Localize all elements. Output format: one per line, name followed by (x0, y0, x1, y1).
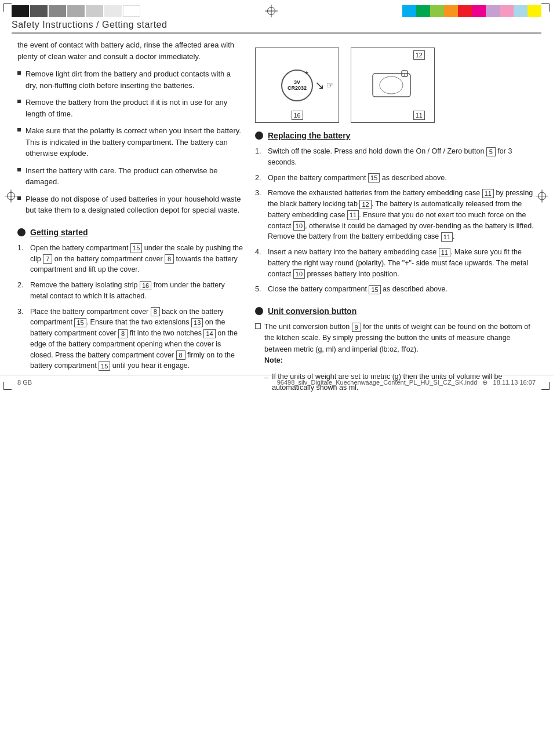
getting-started-title: Getting started (30, 228, 88, 237)
bullet-text: Remove light dirt from the battery and p… (26, 68, 243, 91)
crosshair-top-center (145, 5, 398, 17)
ref-8b: 8 (151, 307, 160, 316)
step-number: 4. (255, 247, 264, 279)
ref-label-11: 11 (413, 111, 425, 120)
swatch-cyan (402, 5, 416, 17)
color-swatches-right (402, 5, 541, 17)
ref-15b: 15 (74, 318, 86, 327)
swatch-yellow (527, 5, 541, 17)
swatch-mid-gray (49, 5, 66, 17)
ref-7: 7 (43, 254, 52, 264)
swatch-orange (444, 5, 458, 17)
page-title: Safety Instructions / Getting started (12, 20, 167, 30)
unit-conversion-text: The unit conversion button 9 for the uni… (264, 322, 536, 367)
swatch-purple (486, 5, 500, 17)
unit-conversion-title: Unit conversion button (268, 306, 356, 316)
ref-15c: 15 (99, 361, 110, 371)
step-text: Insert a new battery into the battery em… (268, 247, 536, 279)
ref-label-12: 12 (413, 50, 425, 60)
list-item: 4. Insert a new battery into the battery… (255, 247, 536, 279)
ref-14: 14 (203, 329, 215, 338)
getting-started-list: 1. Open the battery compartment 15 under… (17, 243, 243, 371)
replacing-battery-heading: Replacing the battery (255, 131, 536, 140)
bullet-text: Insert the battery with care. The produc… (26, 165, 243, 188)
list-item: 3. Remove the exhausted batteries from t… (255, 188, 536, 242)
ref-8c: 8 (118, 329, 128, 338)
swatch-green (416, 5, 430, 17)
section-bullet-circle (17, 228, 26, 236)
list-item: 1. Open the battery compartment 15 under… (17, 243, 243, 275)
battery-diagram-2: 12 11 (351, 48, 435, 123)
bullet-square (17, 71, 21, 75)
step-number: 1. (17, 243, 27, 275)
list-item: 5. Close the battery compartment 15 as d… (255, 284, 536, 295)
swatch-light-gray (67, 5, 85, 17)
swatch-light-blue (514, 5, 527, 17)
bullet-square (17, 128, 21, 132)
step-number: 3. (255, 188, 264, 242)
list-item: Please do not dispose of used batteries … (17, 193, 243, 216)
bullet-square (17, 100, 21, 103)
unit-conversion-heading: Unit conversion button (255, 306, 536, 316)
battery-plus: + (305, 70, 308, 76)
ref-10a: 10 (293, 221, 305, 231)
list-item: 2. Open the battery compartment 15 as de… (255, 173, 536, 184)
color-swatches-left (12, 5, 140, 17)
footer-date: 18.11.13 16:07 (493, 379, 536, 386)
ref-11a: 11 (482, 189, 494, 198)
unit-conversion-item: The unit conversion button 9 for the uni… (255, 322, 536, 367)
ref-5: 5 (486, 147, 496, 156)
swatch-near-white (104, 5, 122, 17)
step-number: 3. (17, 306, 27, 372)
list-item: Insert the battery with care. The produc… (17, 165, 243, 188)
battery-diagram-1: 3V CR2032 + ↘ ☞ 16 (255, 48, 339, 123)
bullet-text: Make sure that the polarity is correct w… (26, 125, 243, 159)
battery-label-cr: CR2032 (288, 85, 307, 91)
step-text: Close the battery compartment 15 as desc… (268, 284, 448, 295)
left-column: the event of contact with battery acid, … (17, 39, 243, 393)
ref-11b: 11 (347, 210, 359, 220)
list-item: Make sure that the polarity is correct w… (17, 125, 243, 159)
list-item: Remove the battery from the product if i… (17, 97, 243, 119)
list-item: Remove light dirt from the battery and p… (17, 68, 243, 91)
footer-filename: 96498_silv_Digitale_Kuechenwaage_Content… (277, 379, 536, 386)
ref-10b: 10 (293, 269, 305, 279)
swatch-lime (430, 5, 444, 17)
replacing-battery-title: Replacing the battery (268, 131, 350, 140)
ref-8d: 8 (176, 350, 185, 360)
battery-tray-svg (367, 62, 419, 108)
page-footer: 8 GB 96498_silv_Digitale_Kuechenwaage_Co… (0, 375, 553, 386)
ref-15d: 15 (369, 285, 380, 294)
ref-11d: 11 (439, 248, 450, 257)
note-label: Note: (264, 356, 283, 364)
step-text: Open the battery compartment 15 under th… (30, 243, 243, 275)
section-bullet-circle (255, 307, 263, 315)
step-text: Remove the battery isolating strip 16 fr… (30, 280, 243, 302)
right-column: 3V CR2032 + ↘ ☞ 16 12 11 (255, 39, 536, 393)
ref-13: 13 (191, 318, 203, 327)
swatch-pink (500, 5, 514, 17)
svg-rect-0 (373, 74, 410, 97)
ref-8: 8 (165, 254, 174, 264)
step-text: Remove the exhausted batteries from the … (268, 188, 536, 242)
ref-9: 9 (352, 323, 361, 332)
step-text: Place the battery compartment cover 8 ba… (30, 306, 243, 372)
bullet-text: Remove the battery from the product if i… (26, 97, 243, 119)
swatch-magenta (472, 5, 486, 17)
bullet-text: Please do not dispose of used batteries … (26, 193, 243, 216)
footer-page-number: 8 GB (17, 379, 32, 386)
ref-15: 15 (130, 243, 142, 253)
ref-11c: 11 (441, 232, 453, 242)
step-number: 2. (17, 280, 27, 302)
battery-symbol: 3V CR2032 + (281, 70, 313, 101)
insertion-arrow: ↘ (315, 78, 325, 92)
bullet-square (17, 168, 21, 171)
step-text: Open the battery compartment 15 as descr… (268, 173, 447, 184)
step-number: 1. (255, 146, 264, 168)
intro-paragraph: the event of contact with battery acid, … (17, 39, 243, 63)
ref-16: 16 (140, 281, 151, 290)
footer-file-text: 96498_silv_Digitale_Kuechenwaage_Content… (277, 379, 478, 386)
bullet-list: Remove light dirt from the battery and p… (17, 68, 243, 216)
ref-15r: 15 (368, 173, 380, 182)
svg-point-1 (380, 76, 403, 94)
